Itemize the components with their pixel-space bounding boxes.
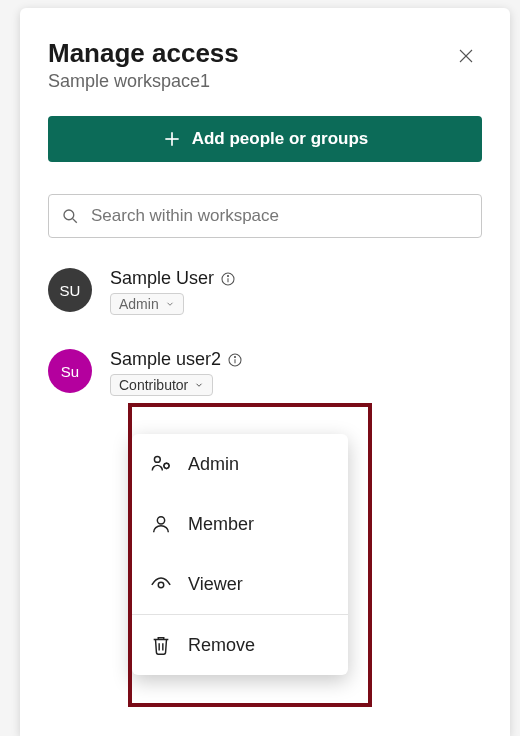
avatar-initials: Su [61,363,79,380]
svg-point-15 [158,582,164,588]
role-selector[interactable]: Contributor [110,374,213,396]
info-icon[interactable] [220,271,236,287]
chevron-down-icon [194,380,204,390]
role-option-viewer[interactable]: Viewer [132,554,348,614]
search-input[interactable] [89,205,469,227]
member-row: Su Sample user2 Contributor [48,349,482,396]
add-people-button[interactable]: Add people or groups [48,116,482,162]
info-icon[interactable] [227,352,243,368]
close-button[interactable] [450,40,482,72]
panel-header: Manage access Sample workspace1 [48,38,482,116]
member-row: SU Sample User Admin [48,268,482,315]
role-option-label: Member [188,514,254,535]
role-dropdown: Admin Member Viewer Remove [132,434,348,675]
role-option-label: Admin [188,454,239,475]
search-icon [61,207,79,225]
role-option-admin[interactable]: Admin [132,434,348,494]
avatar-initials: SU [60,282,81,299]
viewer-icon [150,573,172,595]
manage-access-panel: Manage access Sample workspace1 Add peop… [20,8,510,736]
role-selector-locked: Admin [110,293,184,315]
member-icon [150,513,172,535]
chevron-down-icon [165,299,175,309]
member-name: Sample user2 [110,349,482,370]
member-name: Sample User [110,268,482,289]
add-people-label: Add people or groups [192,129,369,149]
role-label: Admin [119,296,159,312]
role-option-member[interactable]: Member [132,494,348,554]
close-icon [457,47,475,65]
admin-icon [150,453,172,475]
role-option-label: Viewer [188,574,243,595]
search-field[interactable] [48,194,482,238]
svg-point-11 [235,356,236,357]
dialog-subtitle: Sample workspace1 [48,71,239,92]
svg-point-8 [228,275,229,276]
role-label: Contributor [119,377,188,393]
svg-point-12 [154,456,160,462]
dialog-title: Manage access [48,38,239,69]
avatar: Su [48,349,92,393]
svg-line-5 [73,219,77,223]
plus-icon [162,129,182,149]
trash-icon [150,634,172,656]
svg-point-14 [157,517,164,524]
avatar: SU [48,268,92,312]
remove-label: Remove [188,635,255,656]
svg-point-4 [64,210,74,220]
role-option-remove[interactable]: Remove [132,615,348,675]
